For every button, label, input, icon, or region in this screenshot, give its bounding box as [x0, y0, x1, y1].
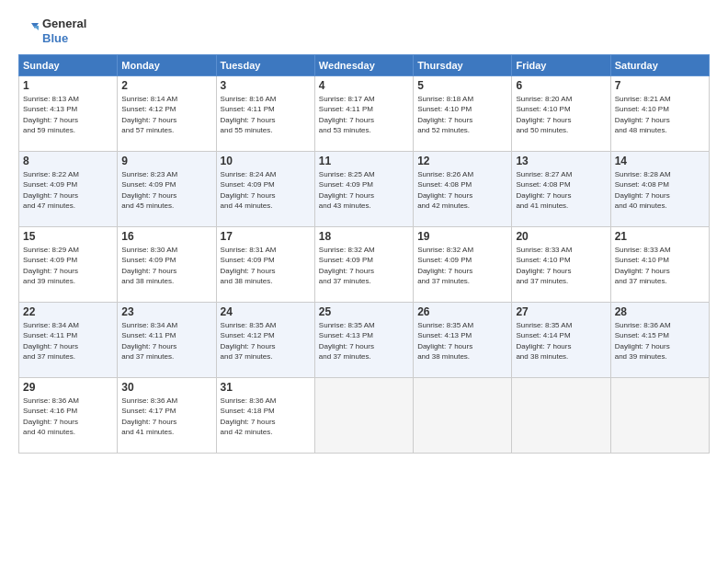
- cell-content: Sunrise: 8:28 AMSunset: 4:08 PMDaylight:…: [615, 169, 705, 211]
- col-wednesday: Wednesday: [314, 55, 413, 76]
- day-number: 21: [615, 230, 705, 243]
- col-thursday: Thursday: [414, 55, 512, 76]
- table-row: 8 Sunrise: 8:22 AMSunset: 4:09 PMDayligh…: [19, 152, 118, 227]
- cell-content: Sunrise: 8:29 AMSunset: 4:09 PMDaylight:…: [23, 245, 113, 286]
- day-number: 30: [121, 381, 211, 394]
- col-monday: Monday: [118, 55, 216, 76]
- cell-content: Sunrise: 8:35 AMSunset: 4:13 PMDaylight:…: [319, 320, 409, 362]
- day-number: 10: [221, 155, 311, 167]
- col-tuesday: Tuesday: [216, 55, 314, 76]
- table-row: 27 Sunrise: 8:35 AMSunset: 4:14 PMDaylig…: [512, 303, 610, 378]
- day-number: 2: [121, 79, 211, 92]
- day-number: 20: [516, 230, 606, 243]
- table-row: 14 Sunrise: 8:28 AMSunset: 4:08 PMDaylig…: [610, 152, 709, 227]
- table-row: 7 Sunrise: 8:21 AMSunset: 4:10 PMDayligh…: [610, 76, 709, 152]
- table-row: 26 Sunrise: 8:35 AMSunset: 4:13 PMDaylig…: [414, 303, 512, 378]
- cell-content: Sunrise: 8:35 AMSunset: 4:12 PMDaylight:…: [221, 320, 311, 362]
- col-friday: Friday: [512, 55, 610, 76]
- cell-content: Sunrise: 8:34 AMSunset: 4:11 PMDaylight:…: [121, 320, 211, 362]
- col-sunday: Sunday: [19, 55, 118, 76]
- day-number: 25: [319, 305, 409, 318]
- day-number: 29: [23, 381, 113, 394]
- table-row: 12 Sunrise: 8:26 AMSunset: 4:08 PMDaylig…: [414, 152, 512, 227]
- cell-content: Sunrise: 8:33 AMSunset: 4:10 PMDaylight:…: [516, 245, 606, 286]
- day-number: 3: [221, 79, 311, 92]
- table-row: 19 Sunrise: 8:32 AMSunset: 4:09 PMDaylig…: [414, 227, 512, 303]
- cell-content: Sunrise: 8:17 AMSunset: 4:11 PMDaylight:…: [319, 94, 409, 135]
- cell-content: Sunrise: 8:21 AMSunset: 4:10 PMDaylight:…: [615, 94, 705, 135]
- day-number: 31: [221, 381, 311, 394]
- table-row: 10 Sunrise: 8:24 AMSunset: 4:09 PMDaylig…: [216, 152, 314, 227]
- table-row: 11 Sunrise: 8:25 AMSunset: 4:09 PMDaylig…: [314, 152, 413, 227]
- day-number: 15: [23, 230, 113, 243]
- day-number: 14: [615, 155, 705, 167]
- table-row: 13 Sunrise: 8:27 AMSunset: 4:08 PMDaylig…: [512, 152, 610, 227]
- page: General Blue Sunday Monday Tuesday Wedne…: [0, 0, 728, 563]
- col-saturday: Saturday: [610, 55, 709, 76]
- day-number: 16: [121, 230, 211, 243]
- cell-content: Sunrise: 8:35 AMSunset: 4:13 PMDaylight:…: [417, 320, 507, 362]
- svg-marker-1: [33, 26, 39, 30]
- cell-content: Sunrise: 8:31 AMSunset: 4:09 PMDaylight:…: [221, 245, 311, 286]
- day-number: 26: [417, 305, 507, 318]
- cell-content: Sunrise: 8:27 AMSunset: 4:08 PMDaylight:…: [516, 169, 606, 211]
- day-number: 1: [23, 79, 113, 92]
- calendar-week-row: 15 Sunrise: 8:29 AMSunset: 4:09 PMDaylig…: [19, 227, 710, 303]
- cell-content: Sunrise: 8:24 AMSunset: 4:09 PMDaylight:…: [221, 169, 311, 211]
- table-row: 3 Sunrise: 8:16 AMSunset: 4:11 PMDayligh…: [216, 76, 314, 152]
- day-number: 27: [516, 305, 606, 318]
- day-number: 13: [516, 155, 606, 167]
- table-row: 16 Sunrise: 8:30 AMSunset: 4:09 PMDaylig…: [118, 227, 216, 303]
- cell-content: Sunrise: 8:30 AMSunset: 4:09 PMDaylight:…: [121, 245, 211, 286]
- table-row: 2 Sunrise: 8:14 AMSunset: 4:12 PMDayligh…: [118, 76, 216, 152]
- cell-content: Sunrise: 8:18 AMSunset: 4:10 PMDaylight:…: [417, 94, 507, 135]
- cell-content: Sunrise: 8:36 AMSunset: 4:16 PMDaylight:…: [23, 396, 113, 437]
- table-row: 25 Sunrise: 8:35 AMSunset: 4:13 PMDaylig…: [314, 303, 413, 378]
- cell-content: Sunrise: 8:33 AMSunset: 4:10 PMDaylight:…: [615, 245, 705, 286]
- day-number: 22: [23, 305, 113, 318]
- calendar-week-row: 29 Sunrise: 8:36 AMSunset: 4:16 PMDaylig…: [19, 378, 710, 454]
- cell-content: Sunrise: 8:35 AMSunset: 4:14 PMDaylight:…: [516, 320, 606, 362]
- cell-content: Sunrise: 8:13 AMSunset: 4:13 PMDaylight:…: [23, 94, 113, 135]
- day-number: 4: [319, 79, 409, 92]
- cell-content: Sunrise: 8:26 AMSunset: 4:08 PMDaylight:…: [417, 169, 507, 211]
- day-number: 7: [615, 79, 705, 92]
- calendar-week-row: 8 Sunrise: 8:22 AMSunset: 4:09 PMDayligh…: [19, 152, 710, 227]
- cell-content: Sunrise: 8:23 AMSunset: 4:09 PMDaylight:…: [121, 169, 211, 211]
- header: General Blue: [18, 17, 710, 45]
- cell-content: Sunrise: 8:14 AMSunset: 4:12 PMDaylight:…: [121, 94, 211, 135]
- cell-content: Sunrise: 8:22 AMSunset: 4:09 PMDaylight:…: [23, 169, 113, 211]
- table-row: 20 Sunrise: 8:33 AMSunset: 4:10 PMDaylig…: [512, 227, 610, 303]
- table-row: 5 Sunrise: 8:18 AMSunset: 4:10 PMDayligh…: [414, 76, 512, 152]
- table-row: 15 Sunrise: 8:29 AMSunset: 4:09 PMDaylig…: [19, 227, 118, 303]
- cell-content: Sunrise: 8:16 AMSunset: 4:11 PMDaylight:…: [221, 94, 311, 135]
- day-number: 28: [615, 305, 705, 318]
- table-row: 31 Sunrise: 8:36 AMSunset: 4:18 PMDaylig…: [216, 378, 314, 454]
- table-row: 18 Sunrise: 8:32 AMSunset: 4:09 PMDaylig…: [314, 227, 413, 303]
- table-row: [512, 378, 610, 454]
- cell-content: Sunrise: 8:36 AMSunset: 4:18 PMDaylight:…: [221, 396, 311, 437]
- day-number: 12: [417, 155, 507, 167]
- table-row: 21 Sunrise: 8:33 AMSunset: 4:10 PMDaylig…: [610, 227, 709, 303]
- cell-content: Sunrise: 8:36 AMSunset: 4:17 PMDaylight:…: [121, 396, 211, 437]
- day-number: 11: [319, 155, 409, 167]
- day-number: 8: [23, 155, 113, 167]
- day-number: 19: [417, 230, 507, 243]
- cell-content: Sunrise: 8:32 AMSunset: 4:09 PMDaylight:…: [417, 245, 507, 286]
- table-row: [314, 378, 413, 454]
- table-row: 17 Sunrise: 8:31 AMSunset: 4:09 PMDaylig…: [216, 227, 314, 303]
- day-number: 5: [417, 79, 507, 92]
- table-row: 30 Sunrise: 8:36 AMSunset: 4:17 PMDaylig…: [118, 378, 216, 454]
- table-row: 1 Sunrise: 8:13 AMSunset: 4:13 PMDayligh…: [19, 76, 118, 152]
- table-row: 9 Sunrise: 8:23 AMSunset: 4:09 PMDayligh…: [118, 152, 216, 227]
- day-number: 23: [121, 305, 211, 318]
- cell-content: Sunrise: 8:32 AMSunset: 4:09 PMDaylight:…: [319, 245, 409, 286]
- day-number: 9: [121, 155, 211, 167]
- table-row: 24 Sunrise: 8:35 AMSunset: 4:12 PMDaylig…: [216, 303, 314, 378]
- table-row: 6 Sunrise: 8:20 AMSunset: 4:10 PMDayligh…: [512, 76, 610, 152]
- logo: General Blue: [18, 17, 86, 45]
- table-row: [414, 378, 512, 454]
- calendar-week-row: 22 Sunrise: 8:34 AMSunset: 4:11 PMDaylig…: [19, 303, 710, 378]
- cell-content: Sunrise: 8:20 AMSunset: 4:10 PMDaylight:…: [516, 94, 606, 135]
- logo-text-blue: Blue: [42, 31, 86, 46]
